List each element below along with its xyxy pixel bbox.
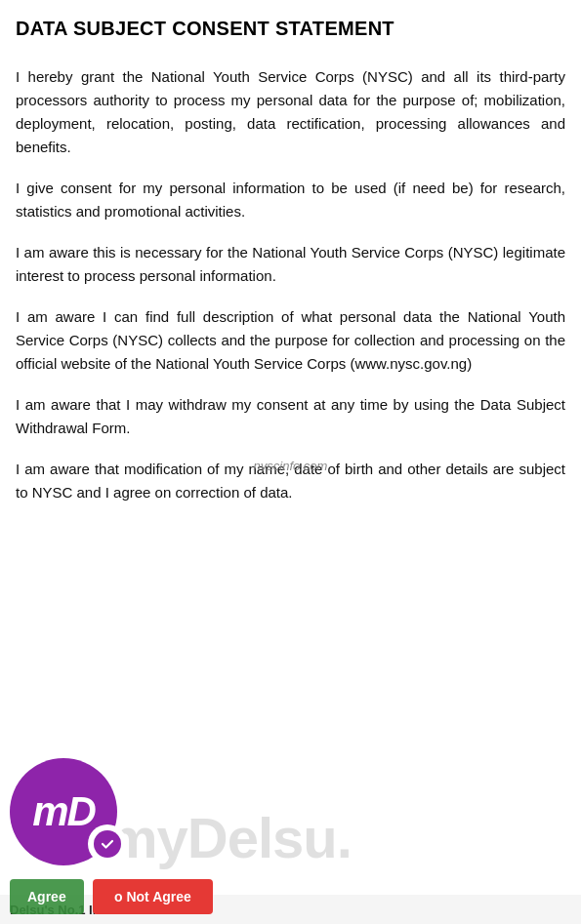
page-container: DATA SUBJECT CONSENT STATEMENT I hereby … xyxy=(0,0,581,924)
paragraph-2: I give consent for my personal informati… xyxy=(16,177,565,223)
delsu-info-bar: Delsu's No.1 Informat: xyxy=(0,895,581,924)
content-area: I hereby grant the National Youth Servic… xyxy=(0,50,581,542)
watermark: nyscinfo.com xyxy=(254,459,328,473)
logo-checkmark-inner xyxy=(94,830,121,858)
paragraph-4: I am aware I can find full description o… xyxy=(16,305,565,376)
paragraph-5: I am aware that I may withdraw my consen… xyxy=(16,393,565,440)
logo-md-text: mD xyxy=(32,788,95,835)
title-bar: DATA SUBJECT CONSENT STATEMENT xyxy=(0,0,581,50)
brand-text-overlay: myDelsu. xyxy=(107,805,581,870)
brand-name-text: myDelsu. xyxy=(107,805,352,870)
logo-checkmark xyxy=(88,824,127,864)
agree-button[interactable]: Agree xyxy=(10,879,84,914)
not-agree-button[interactable]: o Not Agree xyxy=(93,879,213,914)
paragraph-3: I am aware this is necessary for the Nat… xyxy=(16,241,565,288)
paragraph-1: I hereby grant the National Youth Servic… xyxy=(16,65,565,159)
page-title: DATA SUBJECT CONSENT STATEMENT xyxy=(16,18,565,40)
